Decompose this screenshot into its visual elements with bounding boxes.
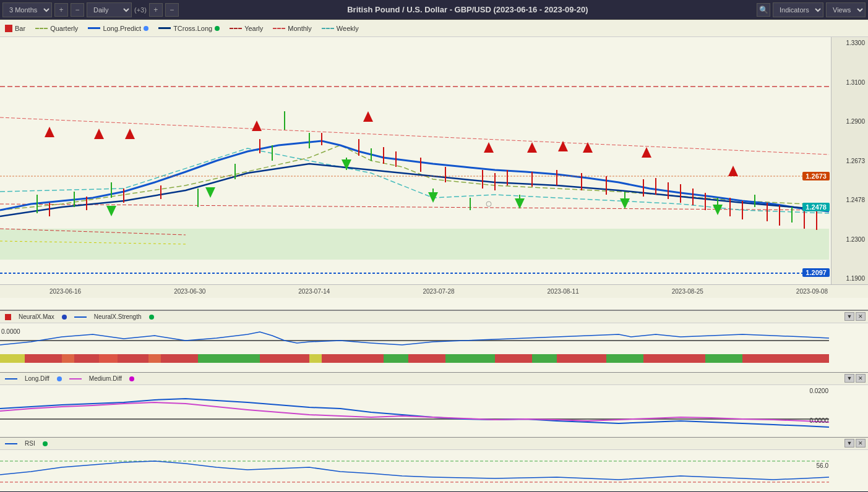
diff-value-zero: 0.0000	[809, 417, 828, 424]
svg-rect-95	[606, 354, 643, 363]
price-label-4: 1.2478	[833, 197, 867, 203]
price-label-high: 1.3300	[833, 40, 867, 46]
date-1: 2023-06-16	[49, 288, 81, 295]
svg-rect-93	[532, 354, 557, 363]
offset-minus-btn[interactable]: −	[165, 3, 179, 17]
period-minus-btn[interactable]: −	[71, 3, 84, 17]
long-diff-dot	[57, 376, 62, 381]
offset-plus-btn[interactable]: +	[149, 3, 163, 17]
svg-rect-83	[148, 354, 161, 363]
legend-quarterly: Quarterly	[35, 25, 78, 32]
legend-tcrosslong-label: TCross.Long	[173, 25, 212, 32]
svg-rect-75	[0, 323, 829, 371]
views-select[interactable]: Views	[826, 2, 866, 17]
date-axis: 2023-06-16 2023-06-30 2023-07-14 2023-07…	[0, 284, 868, 298]
period-select[interactable]: 3 Months 1 Month 6 Months 1 Year	[2, 2, 52, 17]
date-5: 2023-08-11	[548, 288, 579, 295]
svg-rect-99	[0, 385, 829, 436]
legend-bar: Bar	[5, 25, 25, 32]
chart-title: British Pound / U.S. Dollar - GBP/USD (2…	[181, 5, 754, 14]
indicators-select[interactable]: Indicators	[773, 2, 823, 17]
price-chart-svg	[0, 37, 829, 284]
legend-monthly-label: Monthly	[288, 25, 312, 32]
yearly-legend-icon	[230, 28, 242, 29]
diff-legend: Long.Diff Medium.Diff ▼ ✕	[0, 373, 868, 385]
neurax-strength-dot	[62, 315, 67, 320]
long-diff-label: Long.Diff	[25, 375, 49, 382]
main-container: Bar Quarterly Long.Predict TCross.Long Y…	[0, 20, 868, 492]
rsi-dot	[43, 441, 48, 446]
price-label-low: 1.1900	[833, 275, 867, 282]
price-chart-section: Bar Quarterly Long.Predict TCross.Long Y…	[0, 20, 868, 310]
tcrosslong-dot	[215, 26, 220, 31]
search-icon[interactable]: 🔍	[757, 3, 770, 17]
legend-bar-label: Bar	[15, 25, 25, 32]
svg-rect-78	[25, 354, 62, 363]
legend-monthly: Monthly	[273, 25, 312, 32]
diff-minimize-btn[interactable]: ▼	[844, 374, 854, 383]
rsi-panel: RSI ▼ ✕ 56.0	[0, 437, 868, 491]
diff-svg	[0, 385, 829, 436]
diff-canvas: 0.0200 0.0000	[0, 385, 868, 436]
rsi-legend: RSI ▼ ✕	[0, 438, 868, 450]
medium-diff-icon	[69, 378, 82, 380]
diff-close-btn[interactable]: ✕	[856, 374, 866, 383]
rsi-close-btn[interactable]: ✕	[856, 439, 866, 447]
medium-diff-label: Medium.Diff	[89, 375, 122, 382]
price-axis: 1.3300 1.3100 1.2900 1.2673 1.2478 1.230…	[831, 37, 868, 284]
svg-rect-90	[408, 354, 445, 363]
legend-tcrosslong: TCross.Long	[158, 25, 220, 32]
svg-rect-87	[309, 354, 322, 363]
rsi-value: 56.0	[817, 462, 828, 469]
neurax-max-icon	[5, 314, 11, 320]
price-badge-2: 1.2478	[802, 203, 830, 211]
neurax-legend: NeuralX.Max NeuralX.Strength ▼ ✕	[0, 311, 868, 323]
svg-rect-101	[0, 450, 829, 491]
medium-diff-dot	[129, 376, 134, 381]
quarterly-legend-icon	[35, 28, 48, 29]
toolbar: 3 Months 1 Month 6 Months 1 Year + − Dai…	[0, 0, 868, 20]
rsi-panel-controls: ▼ ✕	[844, 439, 866, 447]
diff-panel-controls: ▼ ✕	[844, 374, 866, 383]
timeframe-select[interactable]: Daily Weekly Monthly	[87, 2, 132, 17]
rsi-label: RSI	[25, 440, 35, 447]
diff-value-high: 0.0200	[809, 388, 828, 394]
svg-rect-81	[99, 354, 118, 363]
price-label-5: 1.2300	[833, 236, 867, 243]
date-2: 2023-06-30	[174, 288, 205, 295]
legend-quarterly-label: Quarterly	[50, 25, 78, 32]
price-label-1: 1.3100	[833, 79, 867, 86]
rsi-canvas: 56.0	[0, 450, 868, 491]
long-diff-icon	[5, 378, 17, 380]
price-badge-3: 1.2097	[802, 268, 830, 277]
neurax-strength-label: NeuralX.Strength	[94, 313, 142, 320]
svg-rect-97	[705, 354, 742, 363]
rsi-minimize-btn[interactable]: ▼	[844, 439, 854, 447]
svg-rect-98	[742, 354, 829, 363]
legend-yearly-label: Yearly	[244, 25, 263, 32]
neurax-panel-controls: ▼ ✕	[844, 312, 866, 321]
svg-rect-1	[0, 229, 829, 260]
neurax-svg	[0, 323, 829, 371]
price-chart-canvas: 1.2673 1.2478 1.2097 1.3300 1.3100 1.290…	[0, 37, 868, 284]
bar-legend-icon	[5, 25, 12, 32]
price-label-3: 1.2673	[833, 158, 867, 164]
price-badge-1: 1.2673	[802, 172, 830, 180]
weekly-legend-icon	[322, 28, 334, 29]
price-label-2: 1.2900	[833, 118, 867, 125]
svg-rect-77	[0, 354, 25, 363]
date-6: 2023-08-25	[672, 288, 703, 295]
legend-weekly-label: Weekly	[337, 25, 359, 32]
period-plus-btn[interactable]: +	[54, 3, 68, 17]
svg-rect-92	[495, 354, 532, 363]
date-4: 2023-07-28	[423, 288, 454, 295]
neurax-panel: NeuralX.Max NeuralX.Strength ▼ ✕ 0.0000	[0, 310, 868, 372]
legend-yearly: Yearly	[230, 25, 263, 32]
offset-label: (+3)	[134, 6, 147, 14]
diff-panel: Long.Diff Medium.Diff ▼ ✕ 0.0200 0.0000	[0, 372, 868, 437]
legend-weekly: Weekly	[322, 25, 359, 32]
svg-rect-84	[161, 354, 198, 363]
monthly-legend-icon	[273, 28, 285, 29]
neurax-close-btn[interactable]: ✕	[856, 312, 866, 321]
neurax-minimize-btn[interactable]: ▼	[844, 312, 854, 321]
